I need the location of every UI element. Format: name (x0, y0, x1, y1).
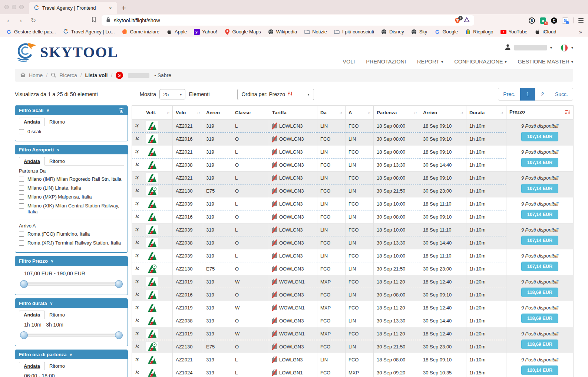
bookmark-item-riepilogo[interactable]: Riepilogo (465, 29, 493, 35)
column-header-arrivo[interactable]: Arrivo↓↑ (420, 106, 466, 119)
bookmark-item-yahoo[interactable]: y!Yahoo! (194, 29, 217, 35)
filter-tab-andata[interactable]: Andata (19, 362, 45, 370)
price-button[interactable]: 118,69 EUR (521, 340, 558, 349)
column-header-a[interactable]: A↓↑ (346, 106, 374, 119)
filter-checkbox-milano-mxp-malpensa-italia[interactable]: Milano (MXP) Malpensa, Italia (19, 194, 124, 200)
page-size-select[interactable]: 25 ▾ (159, 89, 185, 99)
slider-handle-min[interactable] (20, 280, 28, 288)
extension-r-icon[interactable]: R (529, 17, 535, 24)
breadcrumb-ricerca[interactable]: Ricerca (59, 72, 77, 78)
brave-shield-icon[interactable]: 1 (455, 17, 460, 24)
checkbox-icon[interactable] (19, 129, 24, 134)
price-button[interactable]: 118,69 EUR (521, 314, 558, 323)
checkbox-icon[interactable] (19, 203, 24, 209)
language-flag-italy[interactable] (561, 44, 568, 52)
new-tab-button[interactable]: + (117, 4, 131, 14)
nav-item-report[interactable]: REPORT▾ (417, 59, 443, 65)
close-window-button[interactable] (4, 5, 9, 9)
pagination-prev[interactable]: Prec. (498, 88, 521, 101)
filter-header-filtro-prezzo[interactable]: Filtro Prezzo∨ (15, 256, 128, 266)
filter-header-filtro-durata[interactable]: Filtro durata∨ (15, 299, 128, 308)
column-header-prezzo[interactable]: Prezzo (506, 106, 574, 119)
filter-checkbox-milano-lin-linate-italia[interactable]: Milano (LIN) Linate, Italia (19, 185, 124, 191)
filter-checkbox-milano-imr-milan-rogoredo-rail-stn-italia[interactable]: Milano (IMR) Milan Rogoredo Rail Stn, It… (19, 176, 124, 183)
filter-tab-andata[interactable]: Andata (19, 311, 45, 319)
bookmark-item-icloud[interactable]: iCloud (535, 29, 556, 35)
bookmark-icon[interactable] (91, 17, 96, 24)
filter-tab-ritorno[interactable]: Ritorno (45, 362, 69, 370)
filter-header-filtro-aeroporti[interactable]: Filtro Aeroporti∨ (15, 145, 128, 154)
pagination-page-2[interactable]: 2 (535, 88, 550, 101)
bookmark-item-youtube[interactable]: YouTube (501, 29, 528, 35)
minimize-window-button[interactable] (12, 5, 16, 9)
price-button[interactable]: 107,14 EUR (521, 210, 558, 219)
checkbox-icon[interactable] (19, 194, 24, 200)
bookmark-item-wikipedia[interactable]: Wikipedia (268, 29, 297, 35)
checkbox-icon[interactable] (19, 177, 24, 182)
nav-item-configurazione[interactable]: CONFIGURAZIONE▾ (454, 59, 506, 65)
zoom-window-button[interactable] (19, 5, 24, 9)
filter-tab-ritorno[interactable]: Ritorno (45, 157, 69, 165)
forward-icon[interactable]: › (17, 17, 24, 24)
filter-tab-andata[interactable]: Andata (19, 118, 45, 126)
column-header-durata[interactable]: Durata↓↑ (466, 106, 506, 119)
close-tab-icon[interactable]: × (108, 5, 113, 11)
filter-header-filtro-ora-di-partenza[interactable]: Filtro ora di partenza∨ (15, 350, 128, 359)
reload-icon[interactable]: ↻ (30, 17, 37, 24)
bookmarks-overflow-chevron[interactable]: » (579, 29, 582, 35)
bookmark-item-google-maps[interactable]: Google Maps (224, 29, 261, 35)
nav-item-gestione-master[interactable]: GESTIONE MASTER▾ (518, 59, 573, 65)
menu-icon[interactable] (578, 18, 584, 23)
bookmark-item-gestore-delle-pas[interactable]: GGestore delle pas... (6, 29, 56, 35)
nav-item-prenotazioni[interactable]: PRENOTAZIONI (366, 59, 406, 65)
trash-icon[interactable] (119, 108, 124, 113)
price-button[interactable]: 107,14 EUR (521, 158, 558, 167)
browser-tab[interactable]: Travel Agency | Frontend × (29, 2, 117, 14)
translate-icon[interactable]: G (562, 17, 568, 24)
price-button[interactable]: 107,14 EUR (521, 132, 558, 141)
price-button[interactable]: 107,14 EUR (521, 184, 558, 193)
bookmark-item-travel-agency-lo[interactable]: Travel Agency | Lo... (63, 29, 115, 35)
filter-tab-ritorno[interactable]: Ritorno (45, 311, 69, 319)
bookmark-item-come-iniziare[interactable]: Come iniziare (122, 29, 159, 35)
extension-c-icon[interactable]: C (551, 17, 557, 24)
checkbox-icon[interactable] (19, 186, 24, 191)
column-header-vett[interactable]: Vett.↓↑ (143, 106, 173, 119)
bookmark-item-google[interactable]: GGoogle (434, 29, 458, 35)
filter-tab-ritorno[interactable]: Ritorno (45, 118, 69, 126)
price-button[interactable]: 118,69 EUR (521, 288, 558, 297)
checkbox-icon[interactable] (19, 232, 24, 237)
price-button[interactable]: 120,14 EUR (521, 365, 558, 375)
filter-header-filtro-scali[interactable]: Filtro Scali∨ (15, 106, 128, 115)
filter-tab-andata[interactable]: Andata (19, 157, 45, 165)
nav-item-voli[interactable]: VOLI (343, 59, 355, 65)
slider-handle-max[interactable] (115, 280, 123, 288)
breadcrumb-home[interactable]: Home (29, 72, 43, 78)
bookmark-item-i-pi-conosciuti[interactable]: I più conosciuti (334, 29, 374, 35)
sort-dropdown[interactable]: Ordina per: Prezzo ▾ (237, 89, 314, 100)
bookmark-item-sky[interactable]: Sky (411, 29, 427, 35)
slider-handle-min[interactable] (20, 331, 28, 339)
bookmark-item-apple[interactable]: Apple (166, 29, 187, 35)
checkbox-icon[interactable] (19, 240, 24, 246)
url-bar[interactable]: skytool.it/flight/show 1 (102, 15, 474, 26)
filter-checkbox-milano-xik-milan-central-station-railway-italia[interactable]: Milano (XIK) Milan Central Station Railw… (19, 203, 124, 216)
bookmark-item-disney[interactable]: Disney (381, 29, 404, 35)
brave-rewards-triangle-icon[interactable] (464, 17, 470, 24)
pagination-page-1[interactable]: 1 (520, 88, 535, 101)
back-icon[interactable]: ‹ (4, 17, 12, 24)
column-header-partenza[interactable]: Partenza↓↑ (374, 106, 420, 119)
filter-checkbox-roma-xrj-terminal-railway-station-italia[interactable]: Roma (XRJ) Terminal Railway Station, Ita… (19, 240, 124, 246)
price-button[interactable]: 107,14 EUR (521, 262, 558, 271)
column-header-da[interactable]: Da↓↑ (317, 106, 346, 119)
skytool-logo[interactable]: SKYTOOL (15, 42, 118, 62)
bookmark-item-notizie[interactable]: Notizie (304, 29, 327, 35)
user-menu[interactable]: ▾ ▾ (505, 44, 573, 52)
filter-checkbox-roma-fco-fiumicino-italia[interactable]: Roma (FCO) Fiumicino, Italia (19, 231, 124, 237)
extension-adblock-icon[interactable]: a6 (540, 17, 546, 24)
pagination-next[interactable]: Succ. (550, 88, 573, 101)
filter-checkbox-0-scali[interactable]: 0 scali (19, 129, 124, 135)
column-header-volo[interactable]: Volo↓↑ (173, 106, 203, 119)
price-button[interactable]: 107,14 EUR (521, 236, 558, 245)
slider-handle-max[interactable] (115, 331, 123, 339)
